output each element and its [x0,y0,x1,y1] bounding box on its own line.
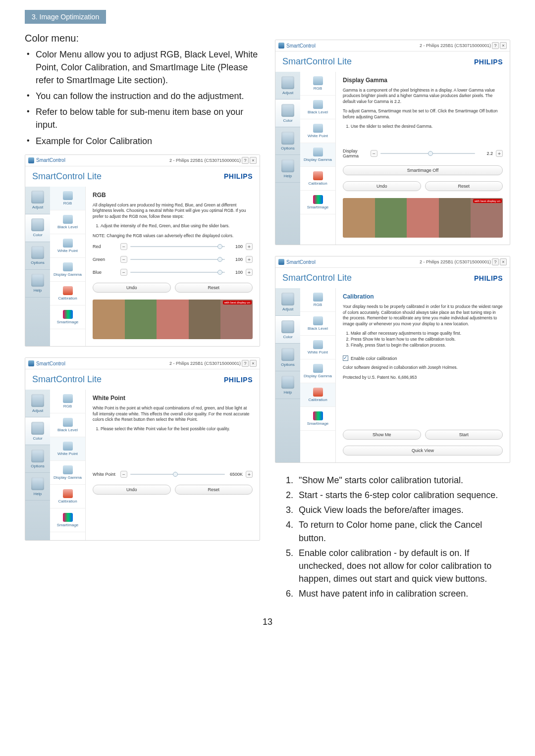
screenshot-calibration: SmartControl 2 - Philips 225B1 (CS307150… [275,256,510,463]
nav-adjust[interactable]: Adjust [275,288,300,316]
nav-options[interactable]: Options [275,127,300,155]
help-icon[interactable]: ? [492,42,499,49]
nav-color[interactable]: Color [25,214,50,242]
calib-credits: Color software designed in collaboration… [343,365,503,370]
nav-options[interactable]: Options [275,344,300,371]
sub-calibration[interactable]: Calibration [50,485,85,508]
gamma-slider[interactable]: Display Gamma−2.2+ [343,149,503,158]
close-icon[interactable]: × [500,258,507,265]
reset-button[interactable]: Reset [425,181,503,191]
sub-smartimage[interactable]: SmartImage [50,305,85,329]
inc-icon[interactable]: + [246,243,253,250]
undo-button[interactable]: Undo [343,181,421,191]
red-slider[interactable]: Red−100+ [93,243,253,250]
undo-button[interactable]: Undo [93,283,171,293]
bullet-4: Example for Color Calibration [36,135,260,148]
sub-rgb[interactable]: RGB [50,390,85,413]
sub-white-point[interactable]: White Point [50,234,85,258]
rgb-title: RGB [93,192,253,199]
start-button[interactable]: Start [425,430,503,440]
sub-nav: RGB Black Level White Point Display Gamm… [50,187,86,346]
app-subtitle: SmartControl Lite [32,171,102,182]
nav-options[interactable]: Options [25,242,50,270]
calib-step3: Finally, press Start to begin the calibr… [351,343,503,348]
sub-black-level[interactable]: Black Level [300,312,335,336]
sub-display-gamma[interactable]: Display Gamma [300,143,335,167]
sub-smartimage[interactable]: SmartImage [50,508,85,532]
sub-calibration[interactable]: Calibration [300,383,335,407]
sub-rgb[interactable]: RGB [300,288,335,312]
sub-calibration[interactable]: Calibration [50,282,85,305]
close-icon[interactable]: × [250,360,257,367]
blue-slider[interactable]: Blue−100+ [93,269,253,276]
nav-adjust[interactable]: Adjust [275,72,300,100]
breadcrumb: 3. Image Optimization [25,10,106,24]
checkbox-icon[interactable] [343,355,348,361]
sub-black-level[interactable]: Black Level [50,413,85,437]
calib-step2: Press Show Me to learn how to use the ca… [351,337,503,342]
wp-desc: White Point is the point at which equal … [93,405,253,422]
reset-button[interactable]: Reset [175,485,253,495]
sub-white-point[interactable]: White Point [300,336,335,359]
sub-white-point[interactable]: White Point [300,119,335,143]
wp-title: White Point [93,395,253,402]
model-info: 2 - Philips 225B1 (CS30715000001) [169,158,241,163]
preview-image: with best display on [93,300,253,339]
app-title: SmartControl [36,157,65,163]
sub-calibration[interactable]: Calibration [300,167,335,191]
sub-black-level[interactable]: Black Level [300,96,335,119]
sub-black-level[interactable]: Black Level [50,210,85,234]
num-4: To return to Color home pane, click the … [296,518,510,544]
side-nav: Adjust Color Options Help [25,187,50,346]
nav-help[interactable]: Help [275,371,300,399]
sub-display-gamma[interactable]: Display Gamma [50,461,85,485]
calib-step1: Make all other necessary adjustments to … [351,331,503,336]
undo-button[interactable]: Undo [93,485,171,495]
sub-rgb[interactable]: RGB [300,72,335,96]
bullet-1: Color Menu allow you to adjust RGB, Blac… [36,48,260,87]
gamma-title: Display Gamma [343,77,503,84]
help-icon[interactable]: ? [242,157,249,164]
screenshot-gamma: SmartControl 2 - Philips 225B1 (CS307150… [275,40,510,245]
close-icon[interactable]: × [250,157,257,164]
num-3: Quick View loads the before/after images… [296,504,510,516]
help-icon[interactable]: ? [242,360,249,367]
enable-calibration-checkbox[interactable]: Enable color calibration [343,355,503,361]
app-icon [278,43,284,49]
sub-white-point[interactable]: White Point [50,437,85,461]
nav-help[interactable]: Help [25,473,50,501]
nav-help[interactable]: Help [25,270,50,298]
gamma-desc: Gamma is a component of the pixel bright… [343,88,503,104]
rgb-note: NOTE: Changing the RGB values can advers… [93,233,253,238]
sub-display-gamma[interactable]: Display Gamma [50,258,85,282]
rgb-desc: All displayed colors are produced by mix… [93,202,253,219]
quick-view-button[interactable]: Quick View [343,446,503,455]
show-me-button[interactable]: Show Me [343,430,421,440]
help-icon[interactable]: ? [492,258,499,265]
wp-slider[interactable]: White Point−6500K+ [93,471,253,478]
smartimage-off-button[interactable]: SmartImage Off [343,165,503,175]
num-6: Must have patent info in calibration scr… [296,587,510,600]
nav-color[interactable]: Color [25,417,50,445]
green-slider[interactable]: Green−100+ [93,256,253,263]
nav-adjust[interactable]: Adjust [25,390,50,417]
nav-color[interactable]: Color [275,100,300,127]
nav-help[interactable]: Help [275,155,300,183]
nav-color[interactable]: Color [275,316,300,344]
screenshot-white-point: SmartControl 2 - Philips 225B1 (CS307150… [25,357,260,541]
sub-smartimage[interactable]: SmartImage [300,191,335,214]
wp-step1: Please select the White Point value for … [101,426,253,431]
nav-adjust[interactable]: Adjust [25,187,50,214]
dec-icon[interactable]: − [120,243,127,250]
numbered-list: "Show Me" starts color calibration tutor… [275,474,510,600]
sub-rgb[interactable]: RGB [50,187,85,210]
sub-smartimage[interactable]: SmartImage [300,407,335,431]
close-icon[interactable]: × [500,42,507,49]
reset-button[interactable]: Reset [175,283,253,293]
sub-display-gamma[interactable]: Display Gamma [300,359,335,383]
screenshot-rgb: SmartControl 2 - Philips 225B1 (CS307150… [25,154,260,347]
rgb-step1: Adjust the intensity of the Red, Green, … [101,223,253,228]
bullet-3: Refer to below table for sub-menu item b… [36,105,260,131]
nav-options[interactable]: Options [25,445,50,473]
philips-logo: PHILIPS [224,172,253,180]
